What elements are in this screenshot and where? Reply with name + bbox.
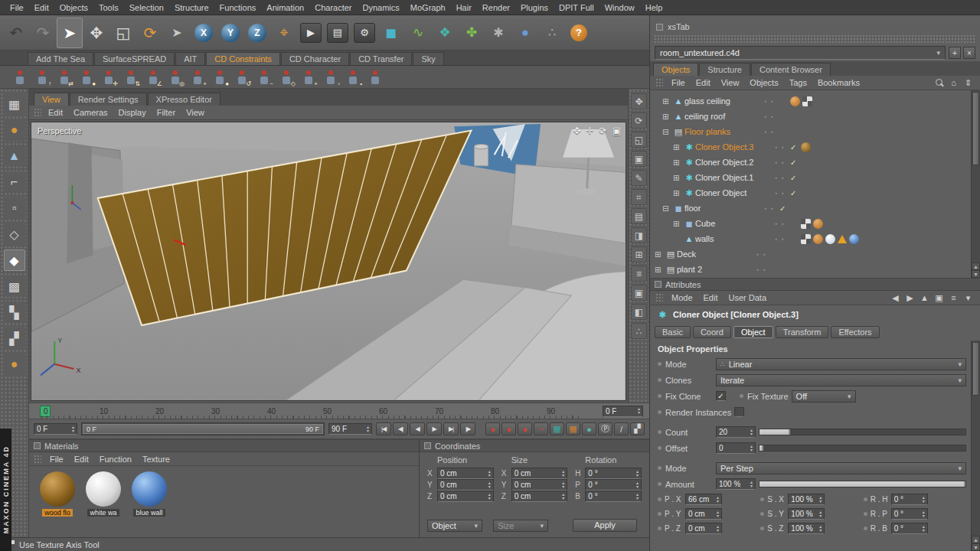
menu-item[interactable]: File (5, 3, 29, 12)
plugin-tab[interactable]: SurfaceSPREAD (94, 52, 175, 65)
object-axis-mode-button[interactable]: ▲ (4, 145, 25, 167)
texture-tag[interactable] (849, 234, 859, 244)
spinner-icon[interactable] (634, 481, 639, 489)
menu-item[interactable]: MoGraph (405, 3, 451, 12)
toggle-view-icon[interactable]: ▣ (612, 126, 621, 136)
texture-tag[interactable] (838, 235, 847, 243)
drag-grip[interactable] (655, 293, 663, 302)
texture-tag[interactable] (801, 142, 811, 152)
expand-icon[interactable]: ⊞ (673, 220, 683, 228)
timeline-range-slider[interactable]: 0 F 90 F (81, 422, 325, 435)
axis-mode-button[interactable]: ⌐ (4, 171, 25, 193)
side-tool-dots[interactable]: ∴ (631, 323, 647, 339)
spinner-icon[interactable] (635, 407, 640, 415)
position-step-field[interactable]: 66 cm (685, 494, 722, 505)
side-tool-layers[interactable]: ▤ (631, 208, 647, 224)
scroll-down-arrow[interactable]: ▼ (972, 270, 980, 278)
cd-constraint-tool-14[interactable]: + (299, 68, 318, 86)
object-menu-item[interactable]: View (716, 78, 745, 87)
spinner-icon[interactable] (920, 525, 925, 533)
goto-end-button[interactable]: |▶ (460, 422, 475, 435)
parent-up-icon[interactable]: ▲ (920, 293, 929, 302)
cd-constraint-tool-4[interactable]: ● (77, 68, 96, 86)
viewport-menu-item[interactable]: View (181, 108, 210, 117)
texture-tag[interactable] (813, 219, 823, 229)
side-tool-scale[interactable]: ◱ (631, 132, 647, 148)
side-tool-pen[interactable]: ✎ (631, 170, 647, 186)
render-settings-button[interactable]: ⚙ (351, 18, 377, 48)
drag-grip[interactable] (654, 34, 976, 44)
object-name[interactable]: floor (684, 204, 764, 213)
tree-item[interactable]: ⊞ Cube (650, 216, 969, 231)
menu-item[interactable]: Character (309, 3, 357, 12)
attribute-tab[interactable]: Effectors (831, 326, 879, 338)
position-step-field[interactable]: 0 cm (685, 523, 722, 534)
manager-tab[interactable]: Structure (699, 63, 750, 76)
expand-icon[interactable]: ⊟ (662, 128, 672, 136)
expand-icon[interactable]: ⊞ (673, 143, 683, 152)
position-field[interactable]: 0 cm (437, 491, 494, 502)
attributes-menu-item[interactable]: Edit (698, 293, 724, 302)
viewport-tab[interactable]: Render Settings (70, 93, 147, 106)
clones-dropdown[interactable]: Iterate (716, 374, 966, 386)
tree-item[interactable]: ⊞ Cloner Object ✓ (650, 185, 969, 201)
add-generator[interactable]: ❖ (432, 18, 458, 48)
count-slider[interactable] (759, 429, 966, 435)
enable-check[interactable]: ✓ (790, 143, 801, 152)
lock-icon[interactable]: ▣ (934, 293, 944, 303)
object-type-icon[interactable] (683, 188, 695, 198)
object-menu-item[interactable]: File (666, 78, 691, 87)
materials-menu-item[interactable]: Function (94, 455, 137, 464)
side-tool-grid[interactable]: ⌗ (631, 189, 647, 205)
sort-icon[interactable]: ⇕ (963, 78, 973, 88)
attributes-menu-item[interactable]: Mode (666, 293, 698, 302)
side-tool-frame[interactable]: ▣ (631, 285, 647, 301)
cd-constraint-tool-11[interactable]: ↺ (233, 68, 251, 86)
offset-slider[interactable] (759, 445, 966, 452)
move-tool[interactable]: ✥ (83, 18, 109, 48)
materials-menu-item[interactable]: Texture (137, 455, 175, 464)
visibility-dots[interactable] (775, 175, 790, 180)
z-axis-lock[interactable]: Z (244, 18, 270, 48)
playback-options-button[interactable]: Ⓟ (598, 422, 612, 435)
help-button[interactable]: ? (566, 18, 592, 48)
object-name[interactable]: ceiling roof (684, 112, 764, 121)
object-type-icon[interactable] (683, 219, 695, 229)
rotate-view-icon[interactable]: ⟳ (599, 126, 607, 136)
panel-menu-icon[interactable]: ▾ (963, 293, 973, 303)
object-name[interactable]: Cloner Object (695, 188, 775, 197)
undo-icon[interactable]: ↶ (3, 18, 29, 48)
visibility-dots[interactable] (764, 129, 779, 134)
cd-constraint-tool-1[interactable] (11, 68, 29, 86)
redo-icon[interactable]: ↷ (30, 18, 56, 48)
plugin-tab[interactable]: Sky (413, 52, 443, 65)
material-preview-sphere[interactable] (40, 471, 75, 507)
object-name[interactable]: plant 2 (677, 265, 756, 274)
expand-icon[interactable]: ⊞ (673, 158, 683, 167)
tree-item[interactable]: ⊞ glass ceiling (650, 93, 969, 109)
object-name[interactable]: Cube (695, 219, 775, 228)
object-type-icon[interactable] (665, 249, 677, 259)
spinner-icon[interactable] (920, 496, 925, 504)
plugin-tab[interactable]: CD Transfer (350, 52, 412, 65)
record-scale-button[interactable]: ● (518, 422, 532, 435)
viewport-canvas[interactable]: Y X Perspective ✥✛⟳▣ (31, 122, 626, 401)
drag-grip[interactable] (655, 78, 663, 87)
cd-constraint-tool-6[interactable]: ⇅ (122, 68, 140, 86)
play-forward-button[interactable]: ▶ (426, 422, 442, 435)
scale-tool[interactable]: ◱ (110, 18, 136, 48)
spinner-icon[interactable] (634, 493, 639, 500)
attributes-scrollbar[interactable]: ▲ ▼ (971, 341, 980, 551)
size-field[interactable]: 0 cm (511, 479, 568, 491)
tree-item[interactable]: walls (650, 231, 969, 246)
last-selection-tool[interactable]: ➤ (164, 18, 190, 48)
points-mode-button[interactable]: ▫ (4, 197, 25, 219)
expand-icon[interactable]: ⊞ (662, 112, 672, 121)
material-name[interactable]: wood flo (42, 509, 73, 517)
size-field[interactable]: 0 cm (511, 491, 568, 502)
spinner-icon[interactable] (817, 525, 822, 533)
visibility-dots[interactable] (775, 191, 790, 195)
record-pla-button[interactable]: ▦ (566, 422, 580, 435)
object-type-icon[interactable] (672, 96, 684, 106)
texture-axis-mode-button[interactable]: ▚ (4, 302, 25, 323)
